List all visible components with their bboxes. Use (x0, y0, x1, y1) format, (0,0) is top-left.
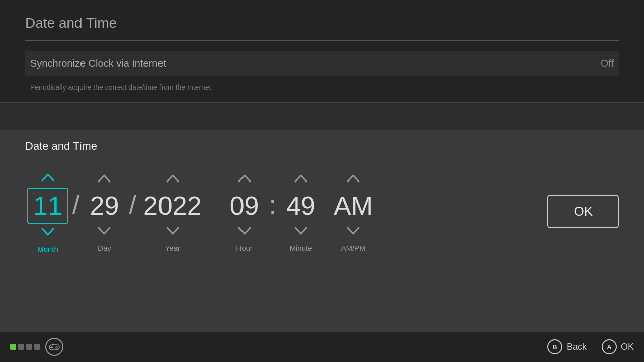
dot-gray-3 (34, 344, 40, 350)
ok-nav-label: OK (621, 342, 634, 352)
month-up-button[interactable] (40, 169, 55, 188)
day-value: 29 (84, 189, 124, 223)
sync-clock-row[interactable]: Synchronize Clock via Internet Off (25, 51, 619, 76)
ok-btn-label: A (607, 343, 611, 351)
svg-point-4 (57, 347, 58, 348)
date-sep-1: / (70, 190, 82, 220)
minute-label: Minute (290, 244, 312, 252)
date-sep-2: / (127, 190, 138, 220)
page-title: Date and Time (25, 15, 619, 31)
dot-gray-2 (26, 344, 32, 350)
minute-down-button[interactable] (293, 223, 308, 241)
bottom-bar-right: B Back A OK (547, 339, 634, 354)
back-label: Back (567, 342, 587, 352)
year-up-button[interactable] (165, 170, 180, 189)
day-label: Day (98, 244, 111, 252)
hour-value: 09 (224, 189, 265, 223)
svg-rect-2 (50, 347, 53, 348)
year-label: Year (165, 244, 180, 252)
hour-up-button[interactable] (237, 170, 252, 189)
minute-value: 49 (281, 189, 321, 223)
month-label: Month (37, 245, 58, 253)
day-down-button[interactable] (97, 223, 112, 241)
minute-picker[interactable]: 49 Minute (278, 170, 324, 252)
month-down-button[interactable] (40, 224, 55, 242)
ok-nav-button[interactable]: A OK (602, 339, 634, 354)
ampm-value: AM (329, 189, 378, 223)
controller-icon (45, 338, 63, 356)
svg-point-6 (56, 348, 57, 349)
time-colon: : (267, 190, 278, 220)
ok-circle-btn: A (602, 339, 617, 354)
ampm-up-button[interactable] (346, 170, 361, 189)
day-up-button[interactable] (97, 170, 112, 189)
bottom-bar: B Back A OK (0, 332, 644, 362)
dot-green (10, 344, 16, 350)
top-divider (25, 40, 619, 41)
month-picker[interactable]: 11 Month (25, 169, 70, 253)
bottom-divider (25, 159, 619, 159)
year-down-button[interactable] (165, 223, 180, 241)
back-circle-btn: B (547, 339, 562, 354)
ampm-picker[interactable]: AM AM/PM (329, 170, 378, 252)
back-btn-label: B (552, 343, 557, 351)
picker-container: 11 Month / 29 Day / (25, 169, 619, 253)
signal-dots (10, 344, 40, 350)
dot-gray-1 (18, 344, 24, 350)
svg-point-3 (56, 346, 57, 347)
bottom-bar-left (10, 338, 63, 356)
sync-clock-desc: Periodically acquire the correct date/ti… (25, 79, 619, 92)
date-time-title: Date and Time (25, 140, 619, 153)
sync-clock-label: Synchronize Clock via Internet (30, 58, 166, 69)
day-picker[interactable]: 29 Day (82, 170, 127, 252)
hour-picker[interactable]: 09 Hour (222, 170, 267, 252)
year-picker[interactable]: 2022 Year (138, 170, 207, 252)
ampm-down-button[interactable] (346, 223, 361, 241)
ok-button-container: OK (547, 195, 619, 228)
hour-down-button[interactable] (237, 223, 252, 241)
minute-up-button[interactable] (293, 170, 308, 189)
top-section: Date and Time Synchronize Clock via Inte… (0, 0, 644, 103)
year-value: 2022 (138, 189, 207, 223)
date-time-section: Date and Time 11 Month / (0, 130, 644, 332)
ampm-label: AM/PM (341, 244, 365, 252)
hour-label: Hour (236, 244, 253, 252)
month-value: 11 (27, 188, 68, 224)
sync-clock-value: Off (601, 58, 614, 69)
ok-button[interactable]: OK (547, 195, 619, 228)
svg-point-5 (55, 347, 56, 348)
back-nav-button[interactable]: B Back (547, 339, 587, 354)
